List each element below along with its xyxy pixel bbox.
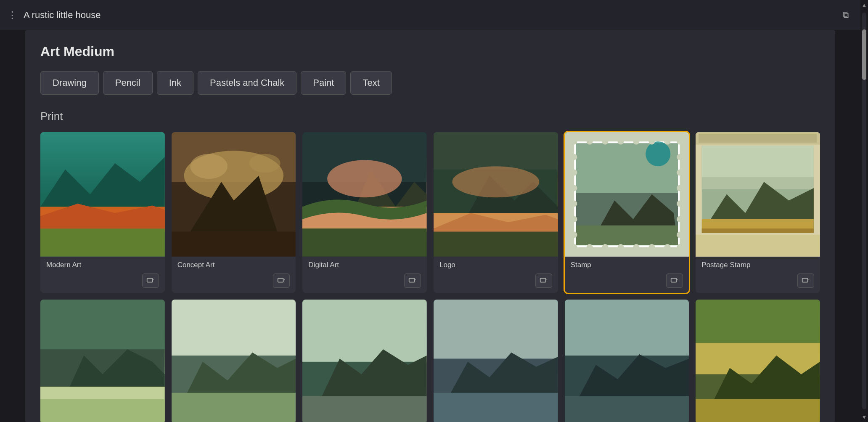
card-label-stamp: Stamp [565, 257, 689, 271]
svg-point-63 [677, 216, 683, 223]
svg-rect-3 [40, 228, 165, 257]
add-queue-logo[interactable] [535, 273, 552, 288]
add-queue-postage-stamp[interactable] [797, 273, 814, 288]
card-action-concept-art [172, 271, 296, 293]
svg-point-13 [249, 154, 280, 173]
scrollbar: ▲ ▼ [860, 0, 868, 422]
scrollbar-thumb[interactable] [862, 29, 866, 80]
svg-point-60 [677, 170, 683, 176]
svg-point-40 [617, 138, 624, 145]
svg-point-59 [677, 154, 683, 160]
thumb-logo [434, 132, 558, 257]
svg-point-38 [586, 138, 593, 145]
image-grid-row1: Modern Art [40, 132, 820, 293]
tab-drawing[interactable]: Drawing [40, 71, 99, 95]
card-action-logo [434, 271, 558, 293]
card-modern-art[interactable]: Modern Art [40, 132, 165, 293]
image-grid-row2 [40, 300, 820, 422]
card-label-modern-art: Modern Art [40, 257, 165, 271]
svg-rect-102 [696, 399, 820, 422]
svg-point-57 [571, 216, 577, 223]
menu-dots[interactable]: ⋮ [8, 10, 18, 21]
add-queue-digital-art[interactable] [404, 273, 421, 288]
tab-paint[interactable]: Paint [301, 71, 346, 95]
add-queue-stamp[interactable] [666, 273, 683, 288]
svg-point-54 [571, 170, 577, 176]
card-r2-1[interactable] [40, 300, 165, 422]
svg-rect-75 [696, 235, 820, 257]
svg-point-49 [633, 244, 639, 250]
card-digital-art[interactable]: Digital Art [302, 132, 427, 293]
svg-rect-23 [434, 132, 558, 170]
svg-point-56 [571, 201, 577, 207]
svg-point-55 [571, 185, 577, 191]
card-r2-5[interactable] [565, 300, 689, 422]
svg-point-50 [648, 244, 655, 250]
svg-rect-95 [565, 300, 689, 356]
thumb-r2-3 [302, 300, 427, 422]
card-logo[interactable]: Logo [434, 132, 558, 293]
svg-point-37 [571, 138, 577, 145]
card-stamp[interactable]: Stamp [565, 132, 689, 293]
tab-pencil[interactable]: Pencil [103, 71, 153, 95]
svg-rect-11 [172, 232, 296, 257]
thumb-postage-stamp [696, 132, 820, 257]
add-queue-modern-art[interactable] [142, 273, 159, 288]
card-action-modern-art [40, 271, 165, 293]
svg-rect-97 [565, 396, 689, 422]
subsection-title: Print [40, 110, 820, 123]
thumb-r2-2 [172, 300, 296, 422]
svg-rect-87 [302, 300, 427, 362]
scrollbar-track[interactable] [862, 13, 866, 409]
svg-rect-81 [40, 399, 165, 422]
svg-rect-85 [172, 393, 296, 422]
svg-point-61 [677, 185, 683, 191]
card-r2-4[interactable] [434, 300, 558, 422]
card-concept-art[interactable]: Concept Art [172, 132, 296, 293]
card-action-digital-art [302, 271, 427, 293]
svg-point-42 [648, 138, 655, 145]
tab-text[interactable]: Text [350, 71, 392, 95]
svg-rect-29 [540, 278, 545, 282]
card-action-stamp [565, 271, 689, 293]
tab-pastels[interactable]: Pastels and Chalk [198, 71, 296, 95]
svg-point-64 [677, 232, 683, 238]
svg-rect-20 [302, 228, 427, 257]
copy-button[interactable]: ⧉ [839, 8, 853, 22]
card-postage-stamp[interactable]: Postage Stamp [696, 132, 820, 293]
svg-rect-83 [172, 300, 296, 356]
main-area: ⋮ A rustic little house ⧉ Art Medium Dra… [0, 0, 860, 422]
svg-point-43 [664, 138, 670, 145]
scroll-up[interactable]: ▲ [860, 0, 868, 10]
svg-point-51 [664, 244, 670, 250]
svg-point-18 [327, 160, 402, 198]
svg-point-45 [571, 244, 577, 250]
section-title: Art Medium [40, 44, 820, 59]
content-area: Art Medium Drawing Pencil Ink Pastels an… [25, 30, 835, 422]
top-bar: ⋮ A rustic little house ⧉ [0, 0, 860, 30]
card-r2-6[interactable] [696, 300, 820, 422]
svg-rect-68 [699, 134, 817, 143]
svg-point-47 [602, 244, 608, 250]
thumb-r2-5 [565, 300, 689, 422]
svg-point-62 [677, 201, 683, 207]
add-queue-concept-art[interactable] [273, 273, 290, 288]
thumb-stamp [565, 132, 689, 257]
card-r2-2[interactable] [172, 300, 296, 422]
scroll-down[interactable]: ▼ [860, 412, 868, 422]
thumb-r2-6 [696, 300, 820, 422]
svg-rect-91 [434, 300, 558, 358]
svg-rect-89 [302, 396, 427, 422]
card-label-digital-art: Digital Art [302, 257, 427, 271]
svg-point-58 [571, 232, 577, 238]
svg-point-53 [571, 154, 577, 160]
svg-point-52 [677, 244, 683, 250]
svg-rect-27 [434, 228, 558, 257]
tab-ink[interactable]: Ink [157, 71, 193, 95]
svg-rect-100 [696, 343, 820, 374]
svg-rect-72 [702, 146, 814, 177]
svg-point-46 [586, 244, 593, 250]
card-r2-3[interactable] [302, 300, 427, 422]
svg-point-34 [646, 141, 670, 166]
svg-point-12 [190, 154, 228, 179]
